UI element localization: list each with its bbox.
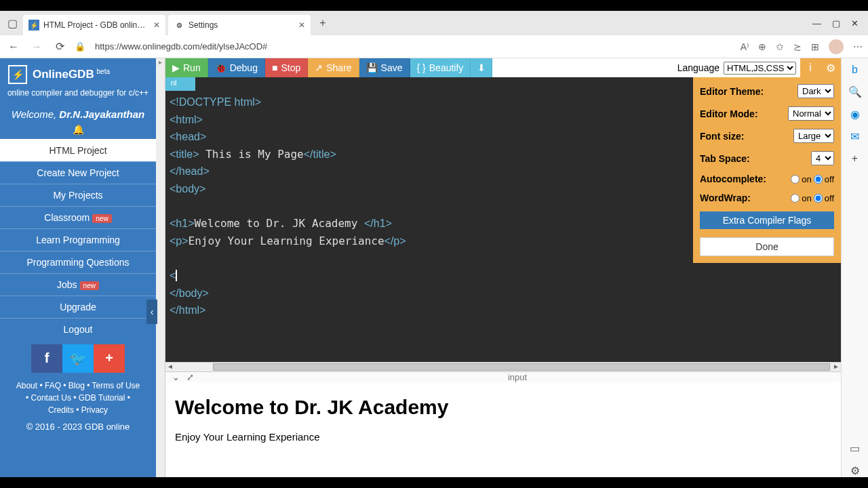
pane-gutter[interactable]: ▸ [156, 58, 165, 477]
wordwrap-label: WordWrap: [700, 192, 751, 203]
compiler-flags-button[interactable]: Extra Compiler Flags [700, 211, 834, 229]
sidebar-item-questions[interactable]: Programming Questions [0, 251, 156, 273]
preview-h1: Welcome to Dr. JK Academy [175, 396, 831, 419]
sidebar-item-jobs[interactable]: Jobsnew [0, 273, 156, 296]
debug-button[interactable]: 🐞 Debug [208, 58, 265, 77]
search-icon[interactable]: 🔍 [848, 85, 862, 98]
ww-on-radio[interactable] [791, 194, 800, 203]
editor-settings-panel: Editor Theme: Dark Editor Mode: Normal F… [693, 77, 841, 263]
sidebar-menu: HTML Project Create New Project My Proje… [0, 139, 156, 340]
preview-pane: Welcome to Dr. JK Academy Enjoy Your Lea… [165, 382, 841, 477]
h-scrollbar[interactable]: ◄ ► [165, 362, 841, 371]
scroll-right-icon[interactable]: ► [831, 363, 841, 372]
io-header[interactable]: ⌄ ⤢ input [165, 371, 841, 382]
save-button[interactable]: 💾 Save [359, 58, 410, 77]
tagline: online compiler and debugger for c/c++ [0, 87, 156, 104]
twitter-icon[interactable]: 🐦 [62, 344, 94, 373]
bell-icon[interactable]: 🔔 [0, 124, 156, 139]
font-select[interactable]: Large [793, 129, 834, 143]
done-button[interactable]: Done [700, 237, 834, 256]
expand-icon[interactable]: ⤢ [186, 372, 194, 382]
tab-title: Settings [189, 20, 294, 30]
sidebar-item-create-project[interactable]: Create New Project [0, 161, 156, 184]
forward-button[interactable]: → [28, 41, 45, 53]
browser-titlebar: ▢ ⚡ HTML Project - GDB online Debu ✕ ⚙ S… [0, 11, 868, 35]
sidebar-item-logout[interactable]: Logout [0, 318, 156, 340]
gdb-sidebar: ⚡ OnlineGDB beta online compiler and deb… [0, 58, 156, 477]
maximize-icon[interactable]: ▢ [832, 18, 840, 28]
beautify-button[interactable]: { } Beautify [410, 58, 471, 77]
sidebar-item-classroom[interactable]: Classroomnew [0, 206, 156, 228]
bolt-icon: ⚡ [8, 65, 27, 84]
gear-icon: ⚙ [174, 20, 184, 30]
ac-on-radio[interactable] [791, 175, 800, 184]
sidebar-item-my-projects[interactable]: My Projects [0, 184, 156, 206]
tab-select[interactable]: 4 [811, 151, 834, 165]
main-area: ▶ Run 🐞 Debug ■ Stop ↗ Share 💾 Save { } … [165, 58, 841, 477]
new-tab-button[interactable]: + [313, 14, 332, 33]
autocomplete-label: Autocomplete: [700, 174, 766, 184]
theme-select[interactable]: Dark [797, 84, 834, 98]
info-icon[interactable]: i [800, 58, 821, 77]
language-label: Language [677, 62, 719, 73]
browser-tab[interactable]: ⚙ Settings ✕ [168, 15, 311, 35]
favorites-bar-icon[interactable]: ≿ [793, 41, 802, 52]
theme-label: Editor Theme: [700, 86, 764, 97]
browser-tab[interactable]: ⚡ HTML Project - GDB online Debu ✕ [23, 15, 165, 35]
back-button[interactable]: ← [5, 41, 22, 53]
outlook-icon[interactable]: ✉ [850, 130, 859, 143]
share-button[interactable]: ↗ Share [308, 58, 359, 77]
settings-icon[interactable]: ⚙ [821, 58, 841, 77]
chevron-down-icon[interactable]: ⌄ [172, 372, 180, 382]
brand: ⚡ OnlineGDB beta [0, 58, 156, 87]
tab-label: Tab Space: [700, 153, 750, 164]
more-icon[interactable]: ⋯ [853, 41, 863, 52]
copilot-icon[interactable]: ◉ [850, 108, 860, 121]
zoom-icon[interactable]: ⊕ [758, 41, 766, 52]
stop-button[interactable]: ■ Stop [265, 58, 308, 77]
close-window-icon[interactable]: ✕ [851, 18, 859, 28]
read-aloud-icon[interactable]: A⁾ [741, 41, 749, 52]
copyright: © 2016 - 2023 GDB online [0, 419, 156, 434]
close-icon[interactable]: ✕ [153, 20, 160, 30]
welcome-text: Welcome, Dr.N.Jayakanthan [0, 104, 156, 124]
addthis-icon[interactable]: + [94, 344, 125, 373]
address-bar: ← → ⟳ 🔒 https://www.onlinegdb.com/edit/y… [0, 35, 868, 58]
preview-p: Enjoy Your Learning Experiance [175, 431, 831, 443]
footer-links[interactable]: About • FAQ • Blog • Terms of Use • Cont… [0, 377, 156, 419]
close-icon[interactable]: ✕ [298, 20, 305, 30]
sidebar-item-html-project[interactable]: HTML Project [0, 139, 156, 161]
plus-icon[interactable]: + [852, 152, 858, 165]
collapse-sidebar-button[interactable]: ‹ [146, 300, 157, 324]
run-button[interactable]: ▶ Run [165, 58, 208, 77]
panel-icon[interactable]: ▭ [850, 442, 860, 455]
workspaces-icon[interactable]: ▢ [4, 15, 20, 31]
mode-select[interactable]: Normal [788, 106, 834, 121]
sidebar-item-learn[interactable]: Learn Programming [0, 228, 156, 251]
refresh-button[interactable]: ⟳ [52, 40, 68, 53]
toolbar: ▶ Run 🐞 Debug ■ Stop ↗ Share 💾 Save { } … [165, 58, 841, 77]
scroll-thumb[interactable] [213, 363, 830, 371]
tab-title: HTML Project - GDB online Debu [43, 20, 149, 30]
facebook-icon[interactable]: f [31, 344, 62, 373]
collections-icon[interactable]: ⊞ [811, 41, 819, 52]
ww-off-radio[interactable] [814, 194, 823, 203]
edge-sidebar: b 🔍 ◉ ✉ + ▭ ⚙ [841, 58, 868, 477]
url-field[interactable]: https://www.onlinegdb.com/edit/ylseJAcOD… [92, 39, 734, 54]
file-tab[interactable]: nl [165, 77, 195, 91]
font-label: Font size: [700, 131, 744, 142]
mode-label: Editor Mode: [700, 108, 758, 119]
ac-off-radio[interactable] [814, 175, 823, 184]
lock-icon[interactable]: 🔒 [75, 41, 85, 52]
sidebar-item-upgrade[interactable]: Upgrade [0, 296, 156, 318]
avatar[interactable] [829, 39, 844, 54]
language-select[interactable]: HTML,JS,CSS [724, 62, 796, 75]
io-label: input [201, 372, 834, 382]
settings-gear-icon[interactable]: ⚙ [850, 464, 860, 477]
minimize-icon[interactable]: — [812, 18, 821, 28]
scroll-left-icon[interactable]: ◄ [165, 363, 175, 372]
bing-icon[interactable]: b [852, 64, 858, 76]
download-button[interactable]: ⬇ [471, 58, 492, 77]
social-buttons: f 🐦 + [0, 340, 156, 377]
favorite-icon[interactable]: ✩ [776, 41, 784, 52]
